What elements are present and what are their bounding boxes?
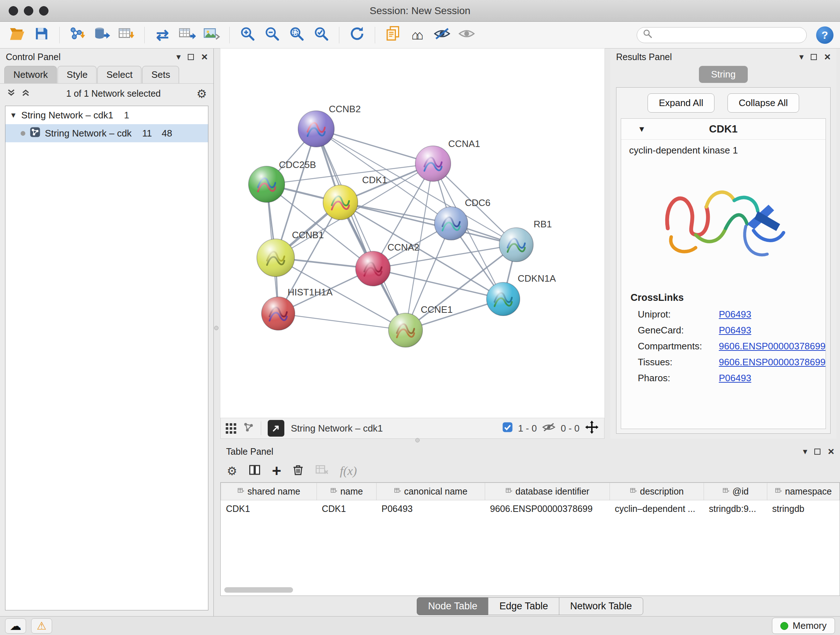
tab-select[interactable]: Select bbox=[97, 66, 141, 83]
warnings-button[interactable]: ⚠ bbox=[31, 618, 52, 633]
expand-all-button[interactable]: Expand All bbox=[647, 93, 714, 112]
collapse-panel-icon[interactable]: ▾ bbox=[176, 52, 180, 62]
results-tab-string[interactable]: String bbox=[699, 66, 748, 83]
export-image-button[interactable] bbox=[201, 25, 222, 46]
edge-HIST1H1A-CCNE1[interactable] bbox=[278, 314, 406, 330]
horizontal-scrollbar[interactable] bbox=[224, 587, 293, 593]
collapse-all-networks-icon[interactable] bbox=[21, 88, 30, 100]
gene-expand-icon[interactable]: ▼ bbox=[638, 125, 646, 134]
edge-CCNB2-CCNE1[interactable] bbox=[316, 129, 406, 330]
hidden-eye-slash-icon[interactable] bbox=[542, 422, 556, 435]
tab-style[interactable]: Style bbox=[57, 66, 96, 83]
collapse-all-button[interactable]: Collapse All bbox=[728, 93, 799, 112]
column-header--id[interactable]: @id bbox=[704, 483, 767, 500]
close-panel-icon[interactable]: × bbox=[824, 51, 831, 62]
table-cell[interactable]: CDK1 bbox=[221, 500, 317, 518]
column-header-description[interactable]: description bbox=[610, 483, 704, 500]
delete-column-trash-icon[interactable] bbox=[292, 464, 304, 478]
network-from-table-button[interactable] bbox=[177, 25, 197, 46]
import-network-from-file-button[interactable] bbox=[67, 25, 88, 46]
show-columns-icon[interactable] bbox=[248, 463, 261, 479]
memory-button[interactable]: Memory bbox=[772, 618, 835, 634]
crosslink-link[interactable]: P06493 bbox=[719, 325, 752, 336]
crosslink-link[interactable]: P06493 bbox=[719, 309, 752, 320]
minimize-window-button[interactable] bbox=[24, 6, 33, 16]
column-header-shared-name[interactable]: shared name bbox=[221, 483, 317, 500]
tab-node-table[interactable]: Node Table bbox=[417, 597, 488, 615]
add-column-icon[interactable]: + bbox=[272, 464, 281, 477]
collapse-panel-icon[interactable]: ▾ bbox=[799, 52, 804, 62]
edge-CCNA2-CDKN1A[interactable] bbox=[373, 269, 503, 299]
node-HIST1H1A[interactable]: HIST1H1A bbox=[262, 287, 333, 330]
cloud-status-button[interactable]: ☁ bbox=[5, 618, 26, 633]
table-cell[interactable]: CDK1 bbox=[317, 500, 377, 518]
node-CDKN1A[interactable]: CDKN1A bbox=[486, 273, 556, 316]
crosslink-link[interactable]: 9606.ENSP00000378699 bbox=[719, 340, 826, 352]
crosslink-link[interactable]: 9606.ENSP00000378699 bbox=[719, 356, 826, 368]
birds-eye-view-icon[interactable] bbox=[226, 423, 236, 434]
tab-network-table[interactable]: Network Table bbox=[559, 597, 643, 615]
network-graph[interactable]: CCNB2CCNA1CDC25BCDK1CDC6RB1CCNB1CCNA2CDK… bbox=[220, 49, 605, 418]
import-table-from-file-button[interactable] bbox=[116, 25, 137, 46]
column-header-namespace[interactable]: namespace bbox=[767, 483, 840, 500]
tab-edge-table[interactable]: Edge Table bbox=[488, 597, 559, 615]
column-header-database-identifier[interactable]: database identifier bbox=[485, 483, 610, 500]
open-session-button[interactable] bbox=[6, 25, 27, 46]
column-header-canonical-name[interactable]: canonical name bbox=[377, 483, 485, 500]
horizontal-splitter-handle[interactable] bbox=[415, 438, 420, 442]
search-input[interactable] bbox=[656, 30, 801, 40]
table-cell[interactable]: stringdb:9... bbox=[704, 500, 767, 518]
pan-crosshair-icon[interactable] bbox=[584, 420, 599, 437]
table-row[interactable]: CDK1CDK1P064939606.ENSP00000378699cyclin… bbox=[221, 500, 840, 518]
network-options-gear-icon[interactable]: ⚙ bbox=[196, 88, 207, 100]
node-CDC25B[interactable]: CDC25B bbox=[248, 159, 316, 203]
collection-expand-icon[interactable]: ▼ bbox=[10, 111, 17, 119]
float-panel-icon[interactable] bbox=[188, 54, 194, 60]
zoom-out-button[interactable] bbox=[262, 25, 283, 46]
network-canvas[interactable]: CCNB2CCNA1CDC25BCDK1CDC6RB1CCNB1CCNA2CDK… bbox=[220, 49, 605, 418]
show-all-networks-button[interactable]: ⌂⌂ bbox=[407, 25, 428, 46]
gene-section-header[interactable]: ▼ CDK1 bbox=[621, 119, 826, 140]
network-collection-row[interactable]: ▼ String Network – cdk1 1 bbox=[5, 106, 208, 124]
close-window-button[interactable] bbox=[9, 6, 18, 16]
copy-document-button[interactable] bbox=[382, 25, 403, 46]
new-network-button[interactable]: ⇄ bbox=[152, 25, 173, 46]
collapse-panel-icon[interactable]: ▾ bbox=[803, 447, 807, 456]
column-header-name[interactable]: name bbox=[317, 483, 377, 500]
show-hidden-button[interactable] bbox=[456, 25, 477, 46]
float-panel-icon[interactable] bbox=[814, 448, 821, 455]
table-cell[interactable]: P06493 bbox=[377, 500, 485, 518]
node-CCNA1[interactable]: CCNA1 bbox=[415, 138, 480, 181]
open-in-new-window-button[interactable] bbox=[268, 420, 284, 437]
zoom-in-button[interactable] bbox=[237, 25, 258, 46]
function-builder-icon[interactable]: f(x) bbox=[340, 464, 357, 478]
network-row-selected[interactable]: String Network – cdk1 11 48 bbox=[5, 124, 208, 142]
node-CCNB1[interactable]: CCNB1 bbox=[257, 230, 324, 277]
network-overview-icon[interactable] bbox=[243, 421, 254, 435]
close-panel-icon[interactable]: × bbox=[201, 51, 208, 62]
zoom-window-button[interactable] bbox=[39, 6, 49, 16]
close-panel-icon[interactable]: × bbox=[828, 446, 834, 457]
edge-CDK1-RB1[interactable] bbox=[340, 203, 516, 245]
table-cell[interactable]: 9606.ENSP00000378699 bbox=[485, 500, 610, 518]
float-panel-icon[interactable] bbox=[811, 54, 817, 60]
selected-checkbox-icon[interactable] bbox=[502, 422, 513, 435]
table-options-gear-icon[interactable]: ⚙ bbox=[227, 465, 237, 477]
import-network-from-database-button[interactable] bbox=[92, 25, 112, 46]
vertical-splitter-handle[interactable] bbox=[214, 326, 218, 330]
help-button[interactable]: ? bbox=[816, 27, 834, 44]
hide-selected-button[interactable] bbox=[431, 25, 453, 46]
expand-all-networks-icon[interactable] bbox=[6, 88, 16, 100]
node-CCNB2[interactable]: CCNB2 bbox=[298, 103, 361, 147]
zoom-selected-button[interactable] bbox=[311, 25, 332, 46]
node-CCNE1[interactable]: CCNE1 bbox=[388, 304, 453, 347]
table-cell[interactable]: cyclin–dependent ... bbox=[610, 500, 704, 518]
save-session-button[interactable] bbox=[31, 25, 52, 46]
node-RB1[interactable]: RB1 bbox=[499, 219, 552, 262]
zoom-fit-button[interactable] bbox=[286, 25, 307, 46]
tab-sets[interactable]: Sets bbox=[142, 66, 179, 83]
table-cell[interactable]: stringdb bbox=[767, 500, 840, 518]
apply-layout-button[interactable] bbox=[347, 25, 368, 46]
tab-network[interactable]: Network bbox=[4, 66, 57, 83]
horizontal-splitter[interactable] bbox=[220, 439, 840, 443]
